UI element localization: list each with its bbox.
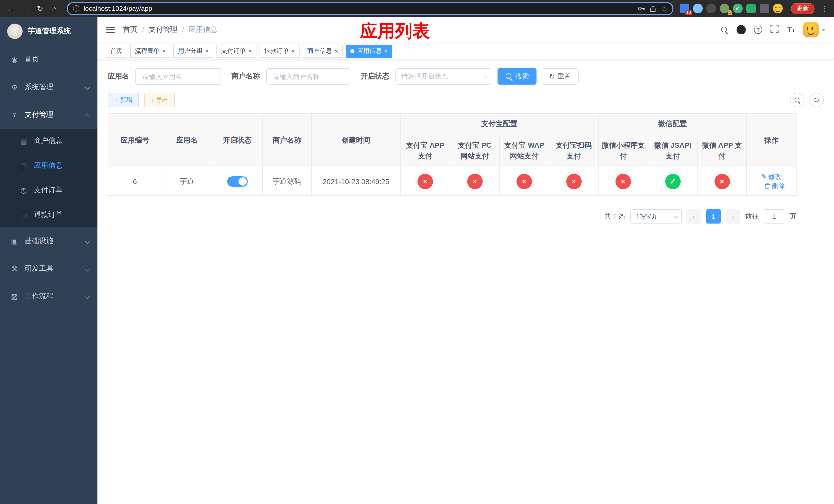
- cell-app-name: 芋道: [162, 167, 212, 196]
- grid-icon: ▦: [20, 161, 28, 170]
- download-icon: ↓: [151, 96, 154, 104]
- tab-close-icon[interactable]: ×: [384, 48, 388, 54]
- sidebar-item-app-info[interactable]: ▦ 应用信息: [0, 153, 97, 178]
- status-select[interactable]: 请选择开启状态: [395, 68, 491, 85]
- browser-update-button[interactable]: 更新: [791, 3, 814, 14]
- col-alipay-qr: 支付宝扫码支付: [549, 134, 598, 167]
- tab-label: 应用信息: [357, 47, 381, 55]
- sidebar-item-home[interactable]: ◉ 首页: [0, 46, 97, 73]
- browser-toolbar: ← → ↻ ⌂ ⓘ localhost:1024/pay/app ☆ 10 1 …: [0, 0, 834, 17]
- sidebar-item-refund-orders[interactable]: ▥ 退款订单: [0, 203, 97, 227]
- sidebar-item-merchant-info[interactable]: ▤ 商户信息: [0, 129, 97, 153]
- breadcrumb-payment[interactable]: 支付管理: [149, 25, 177, 35]
- sidebar-item-payment[interactable]: ¥ 支付管理: [0, 101, 97, 129]
- tab-close-icon[interactable]: ×: [248, 48, 252, 54]
- tab-close-icon[interactable]: ×: [205, 48, 209, 54]
- toggle-search-button[interactable]: [790, 93, 804, 107]
- help-icon[interactable]: ?: [754, 26, 762, 34]
- github-icon[interactable]: [737, 25, 746, 35]
- merchant-name-input[interactable]: [266, 68, 350, 85]
- browser-forward-icon[interactable]: →: [20, 2, 32, 15]
- font-size-glyph-small: T: [792, 28, 795, 33]
- sidebar-collapse-icon[interactable]: [106, 26, 115, 33]
- breadcrumb-separator: /: [142, 26, 144, 34]
- export-button[interactable]: ↓ 导出: [144, 93, 175, 107]
- vue-devtools-icon[interactable]: ✓: [733, 4, 743, 13]
- active-tab-dot: [350, 49, 354, 53]
- col-app-id: 应用编号: [108, 114, 162, 167]
- extension-icon-3[interactable]: [706, 4, 716, 13]
- browser-back-icon[interactable]: ←: [5, 2, 18, 15]
- tab-close-icon[interactable]: ×: [334, 48, 338, 54]
- tab-close-icon[interactable]: ×: [291, 48, 295, 54]
- goto-page-input[interactable]: [764, 209, 784, 224]
- search-icon[interactable]: [721, 26, 728, 33]
- prev-page-button[interactable]: ‹: [687, 209, 701, 224]
- page-title: 应用列表: [360, 20, 430, 43]
- clock-icon: ◷: [20, 186, 28, 194]
- logo-avatar: [7, 24, 23, 39]
- edit-link[interactable]: ✎ 修改: [761, 172, 782, 181]
- cell-alipay-pc: ×: [450, 167, 499, 196]
- status-toggle[interactable]: [227, 176, 247, 186]
- browser-home-icon[interactable]: ⌂: [48, 2, 61, 15]
- breadcrumb-home[interactable]: 首页: [123, 25, 137, 35]
- tab-app-info[interactable]: 应用信息 ×: [346, 44, 392, 58]
- cell-app-id: 6: [108, 167, 162, 196]
- sidebar-item-workflow[interactable]: ▨ 工作流程: [0, 282, 97, 310]
- share-icon[interactable]: [650, 5, 657, 12]
- col-merchant: 商户名称: [262, 114, 312, 167]
- extension-icon-6[interactable]: [746, 4, 756, 13]
- tab-user-group[interactable]: 用户分组 ×: [173, 44, 213, 58]
- sidebar-item-pay-orders[interactable]: ◷ 支付订单: [0, 178, 97, 203]
- sidebar-item-infrastructure[interactable]: ▣ 基础设施: [0, 227, 97, 255]
- app-name-input[interactable]: [135, 68, 221, 85]
- sidebar-item-label: 首页: [25, 55, 39, 64]
- tab-home[interactable]: 首页: [106, 44, 127, 58]
- refresh-table-button[interactable]: ↻: [809, 93, 824, 107]
- extension-badge: 1: [728, 10, 732, 15]
- status-label: 开启状态: [360, 72, 389, 81]
- sidebar: 芋道管理系统 ◉ 首页 ⚙ 系统管理 ¥ 支付管理 ▤ 商户信息: [0, 17, 97, 504]
- col-wx-app: 微信 APP 支付: [697, 134, 747, 167]
- fullscreen-icon[interactable]: [770, 25, 778, 35]
- browser-reload-icon[interactable]: ↻: [34, 2, 46, 15]
- user-menu[interactable]: [803, 22, 826, 38]
- tab-merchant-info[interactable]: 商户信息 ×: [303, 44, 343, 58]
- dashboard-icon: ◉: [10, 55, 19, 64]
- add-button[interactable]: + 新增: [108, 93, 139, 107]
- app-name-label: 应用名: [108, 72, 129, 81]
- tab-close-icon[interactable]: ×: [162, 48, 166, 54]
- password-key-icon[interactable]: [638, 5, 645, 12]
- page-1-button[interactable]: 1: [706, 209, 721, 224]
- delete-link[interactable]: 删除: [764, 181, 785, 190]
- edit-link-label: 修改: [768, 172, 782, 181]
- url-text[interactable]: localhost:1024/pay/app: [84, 5, 634, 12]
- extensions-strip: 10 1 ✓: [680, 4, 783, 13]
- browser-menu-icon[interactable]: ⋮: [820, 4, 829, 13]
- sidebar-item-dev-tools[interactable]: ⚒ 研发工具: [0, 255, 97, 282]
- font-size-icon[interactable]: TT: [787, 25, 795, 35]
- sidebar-item-system[interactable]: ⚙ 系统管理: [0, 73, 97, 101]
- tab-label: 退款订单: [264, 47, 289, 55]
- tab-process-form[interactable]: 流程表单 ×: [130, 44, 170, 58]
- col-alipay-wap: 支付宝 WAP 网站支付: [499, 134, 549, 167]
- reset-button[interactable]: ↻ 重置: [542, 68, 578, 85]
- pagination-total: 共 1 条: [605, 212, 625, 221]
- address-bar[interactable]: ⓘ localhost:1024/pay/app ☆: [67, 2, 674, 15]
- extension-icon-2[interactable]: [693, 4, 703, 13]
- tab-pay-orders[interactable]: 支付订单 ×: [216, 44, 257, 58]
- page-size-select[interactable]: 10条/页: [630, 209, 682, 224]
- extension-icon-1[interactable]: 10: [680, 4, 689, 13]
- extensions-puzzle-icon[interactable]: [760, 4, 769, 13]
- bookmark-star-icon[interactable]: ☆: [661, 4, 667, 13]
- tab-refund-orders[interactable]: 退款订单 ×: [260, 44, 300, 58]
- extension-icon-4[interactable]: 1: [720, 4, 729, 13]
- emoji-extension-icon[interactable]: [773, 4, 783, 13]
- site-info-icon[interactable]: ⓘ: [73, 4, 80, 13]
- col-alipay-pc: 支付宝 PC 网站支付: [450, 134, 499, 167]
- page-content: 应用名 商户名称 开启状态 请选择开启状态 搜索 ↻ 重置: [97, 60, 834, 504]
- search-button[interactable]: 搜索: [498, 68, 536, 85]
- next-page-button[interactable]: ›: [726, 209, 740, 224]
- search-icon: [505, 72, 513, 80]
